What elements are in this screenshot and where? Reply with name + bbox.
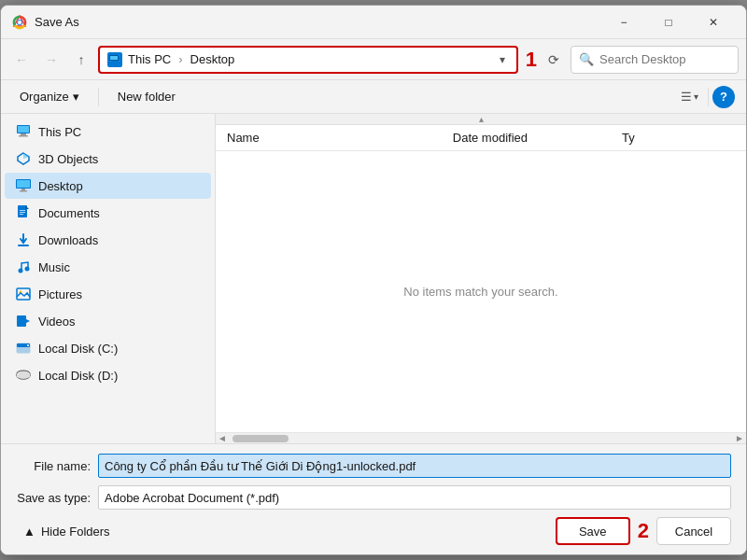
filetype-row: Save as type: Adobe Acrobat Document (*.… <box>16 485 731 510</box>
nav-bar: ← → ↑ This PC › Desktop ▾ 1 ⟳ 🔍 <box>1 39 746 80</box>
sidebar: This PC 3D Objects <box>1 114 216 443</box>
filename-label: File name: <box>16 459 91 473</box>
organize-button[interactable]: Organize ▾ <box>12 86 87 107</box>
svg-rect-19 <box>20 190 27 192</box>
minimize-button[interactable]: − <box>602 7 645 37</box>
sidebar-item-this-pc[interactable]: This PC <box>5 119 211 145</box>
view-chevron: ▾ <box>694 91 698 102</box>
local-d-icon <box>16 368 31 383</box>
address-pc-icon <box>107 52 122 67</box>
file-list: Name Date modified Ty No items match you… <box>216 125 746 432</box>
sidebar-item-desktop[interactable]: Desktop <box>5 173 211 199</box>
column-type: Ty <box>622 131 735 145</box>
documents-label: Documents <box>38 206 100 220</box>
toolbar-separator-2 <box>708 88 709 106</box>
filetype-select[interactable]: Adobe Acrobat Document (*.pdf) <box>98 485 731 510</box>
sidebar-item-3d-objects[interactable]: 3D Objects <box>5 146 211 172</box>
cancel-button[interactable]: Cancel <box>656 517 731 545</box>
file-list-header: Name Date modified Ty <box>216 125 746 151</box>
svg-point-25 <box>19 269 23 273</box>
svg-rect-17 <box>17 180 30 188</box>
sidebar-item-music[interactable]: Music <box>5 254 211 280</box>
up-button[interactable]: ↑ <box>68 47 94 73</box>
close-button[interactable]: ✕ <box>692 7 735 37</box>
svg-rect-13 <box>19 135 28 137</box>
maximize-button[interactable]: □ <box>647 7 690 37</box>
music-icon <box>16 259 31 274</box>
new-folder-button[interactable]: New folder <box>110 86 183 107</box>
svg-rect-11 <box>18 126 29 133</box>
cancel-label: Cancel <box>675 525 712 539</box>
svg-rect-29 <box>17 315 26 327</box>
title-controls: − □ ✕ <box>602 7 735 37</box>
svg-rect-23 <box>20 214 23 215</box>
bottom-area: File name: Save as type: Adobe Acrobat D… <box>1 443 746 554</box>
file-list-area: ▴ Name Date modified Ty No items match y <box>216 114 746 443</box>
save-button[interactable]: Save <box>556 517 630 545</box>
forward-button[interactable]: → <box>38 47 64 73</box>
sidebar-item-documents[interactable]: Documents <box>5 200 211 226</box>
downloads-icon <box>16 232 31 247</box>
pictures-label: Pictures <box>38 287 82 301</box>
back-button[interactable]: ← <box>8 47 35 73</box>
dialog-buttons: Save 2 Cancel <box>556 517 731 545</box>
address-bar[interactable]: This PC › Desktop ▾ <box>98 46 518 74</box>
hide-folders-label: Hide Folders <box>41 525 110 539</box>
column-name[interactable]: Name <box>227 131 453 145</box>
content-area: This PC 3D Objects <box>1 114 746 443</box>
svg-point-26 <box>25 267 30 272</box>
address-desktop: Desktop <box>190 52 235 66</box>
search-bar[interactable]: 🔍 <box>571 46 739 74</box>
sidebar-item-local-c[interactable]: Local Disk (C:) <box>5 335 211 361</box>
view-icon: ☰ <box>681 90 692 104</box>
toolbar: Organize ▾ New folder ☰ ▾ ? <box>1 80 746 114</box>
horizontal-scrollbar[interactable]: ◄ ► <box>216 432 746 443</box>
svg-point-33 <box>27 344 29 346</box>
videos-label: Videos <box>38 315 76 329</box>
desktop-icon <box>16 178 31 193</box>
pictures-icon <box>16 287 31 301</box>
filename-input[interactable] <box>98 454 731 478</box>
search-input[interactable] <box>599 52 730 66</box>
organize-chevron: ▾ <box>73 90 79 104</box>
sidebar-item-downloads[interactable]: Downloads <box>5 227 211 253</box>
hide-folders-button[interactable]: ▲ Hide Folders <box>16 521 118 542</box>
svg-rect-18 <box>21 189 25 190</box>
music-label: Music <box>38 260 70 274</box>
svg-point-5 <box>18 21 21 24</box>
svg-marker-30 <box>26 319 30 323</box>
filetype-select-wrapper: Adobe Acrobat Document (*.pdf) <box>98 485 731 510</box>
sidebar-item-pictures[interactable]: Pictures <box>5 281 211 307</box>
this-pc-label: This PC <box>38 125 81 139</box>
sidebar-item-local-d[interactable]: Local Disk (D:) <box>5 362 211 388</box>
annotation-1: 1 <box>526 48 537 72</box>
sidebar-item-videos[interactable]: Videos <box>5 308 211 334</box>
this-pc-icon <box>16 124 31 139</box>
h-scroll-thumb[interactable] <box>233 435 289 442</box>
filetype-label: Save as type: <box>16 491 91 505</box>
view-button[interactable]: ☰ ▾ <box>675 86 704 107</box>
organize-label: Organize <box>20 90 69 104</box>
documents-icon <box>16 205 31 220</box>
3d-objects-label: 3D Objects <box>38 152 98 166</box>
3d-objects-icon <box>16 151 31 166</box>
help-button[interactable]: ? <box>712 86 735 108</box>
address-pc: This PC <box>128 52 171 66</box>
downloads-label: Downloads <box>38 233 98 247</box>
annotation-2: 2 <box>638 519 649 543</box>
desktop-label: Desktop <box>38 179 83 193</box>
search-icon: 🔍 <box>579 52 594 66</box>
address-dropdown-button[interactable]: ▾ <box>496 51 509 68</box>
local-d-label: Local Disk (D:) <box>38 369 118 383</box>
chrome-icon <box>12 15 27 30</box>
local-c-label: Local Disk (C:) <box>38 342 118 356</box>
help-label: ? <box>720 90 727 104</box>
hide-folders-chevron: ▲ <box>23 525 35 539</box>
svg-rect-9 <box>110 56 118 60</box>
filename-row: File name: <box>16 454 731 478</box>
action-row: ▲ Hide Folders Save 2 Cancel <box>16 517 731 545</box>
svg-rect-21 <box>20 210 25 211</box>
refresh-button[interactable]: ⟳ <box>541 47 567 73</box>
svg-rect-24 <box>18 245 29 246</box>
svg-rect-12 <box>21 133 26 135</box>
